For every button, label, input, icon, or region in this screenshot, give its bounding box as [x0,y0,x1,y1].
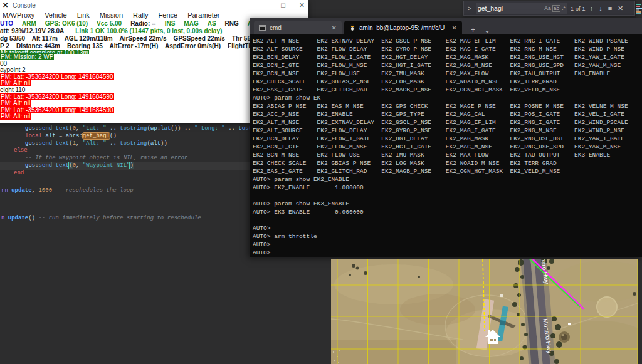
tab-cmd-close-icon[interactable]: ✕ [332,24,337,31]
whole-word-icon[interactable]: ab [552,5,560,12]
new-tab-button[interactable]: + [471,26,475,34]
satellite-map: Monaro Hwy Monaro Hwy [331,259,638,364]
lua-script-code[interactable]: gcs:send_text(0, "Lat: " .. tostring(wp:… [0,125,250,222]
code-line: local alt = ahrs:get_hagl() [0,133,250,140]
regex-icon[interactable]: .* [562,5,566,11]
find-next-icon[interactable]: ↓ [597,4,604,12]
match-case-icon[interactable]: Aa [544,5,550,11]
tab-cmd[interactable]: cmd ✕ [254,21,342,34]
console-title-bar[interactable]: ✕ Console — □ ✕ [0,0,308,11]
console-minimize-button[interactable]: — [260,1,267,9]
find-previous-icon[interactable]: ↑ [589,4,595,12]
map-window[interactable]: Monaro Hwy Monaro Hwy [331,259,638,364]
status-item: Link 1 OK 100.0% (11447 pkts, 0 lost, 0.… [75,28,222,35]
find-close-icon[interactable]: ✕ [616,4,624,13]
find-results-count: 1 of 1 [571,5,586,12]
tab-wsl-close-icon[interactable]: ✕ [452,24,457,31]
status-item: AS [208,20,216,28]
tux-linux-icon [349,24,355,31]
code-line: -- If the waypoint object is NIL, raise … [0,155,250,162]
terminal-output: EK2_ALT_M_NSE EK2_EXTNAV_DELAY EK2_GSCL_… [253,37,642,257]
terminal-window: cmd ✕ amin_bb@Laptop-95: /mnt/c/U ✕ + ⌄ … [250,18,642,257]
code-line: else [0,147,250,155]
status-item: MAG [184,20,198,28]
status-item: UTO [0,20,13,28]
menu-item-link[interactable]: Link [77,11,90,20]
tab-dropdown-chevron-icon[interactable]: ⌄ [484,26,490,34]
console-window-title: Console [13,2,36,9]
terminal-tab-bar: cmd ✕ amin_bb@Laptop-95: /mnt/c/U ✕ + ⌄ … [250,18,642,34]
find-query-text: get_hagl [478,4,543,12]
status-item: Radio: -- [130,20,156,28]
code-line: gcs:send_text(1, "Alt: " .. tostring(alt… [0,140,250,148]
console-maximize-button[interactable]: □ [281,1,285,9]
tab-cmd-label: cmd [270,24,328,31]
code-line: gcs:send_text(0, "Waypoint NIL") [0,162,250,170]
find-widget: > get_hagl Aa ab .* 1 of 1 ↑ ↓ ≡ ✕ [463,1,635,16]
menu-item-mavproxy[interactable]: MAVProxy [3,11,34,20]
status-item: att: 93%/12.19V 28.0A [0,28,64,35]
status-item: ARM [22,20,36,28]
find-input[interactable]: get_hagl Aa ab .* [476,3,567,14]
editor-minimap[interactable] [636,4,642,18]
water-tank [559,331,570,343]
terminal-content[interactable]: EK2_ALT_M_NSE EK2_EXTNAV_DELAY EK2_GSCL_… [250,34,642,257]
menu-item-fence[interactable]: Fence [159,11,178,20]
menu-item-rally[interactable]: Rally [133,11,148,20]
tab-wsl-label: amin_bb@Laptop-95: /mnt/c/U [359,24,448,31]
code-line: n update() -- run immediately before sta… [0,215,250,222]
status-item: GPS: OK6 (10) [45,20,88,28]
menu-item-parameter[interactable]: Parameter [187,11,219,20]
status-item: Vcc 5.00 [97,20,122,28]
tab-wsl[interactable]: amin_bb@Laptop-95: /mnt/c/U ✕ [344,21,462,34]
find-expand-chevron-icon[interactable]: > [466,5,473,12]
cmd-icon [259,25,266,31]
status-item: RNG [225,20,239,28]
mavproxy-logo-icon: ✕ [3,1,8,9]
status-item: INS [165,20,176,28]
menu-item-vehicle[interactable]: Vehicle [45,11,66,20]
find-in-selection-icon[interactable]: ≡ [607,4,613,12]
code-line: end [0,170,250,177]
terminal-minimize-button[interactable]: — [626,21,633,30]
console-close-button[interactable]: ✕ [299,1,305,9]
code-line: rn update, 1000 -- reschedules the loop [0,187,250,195]
code-line: gcs:send_text(0, "Lat: " .. tostring(wp:… [0,125,250,133]
menu-item-mission[interactable]: Mission [100,11,123,20]
field-circle [597,297,617,317]
